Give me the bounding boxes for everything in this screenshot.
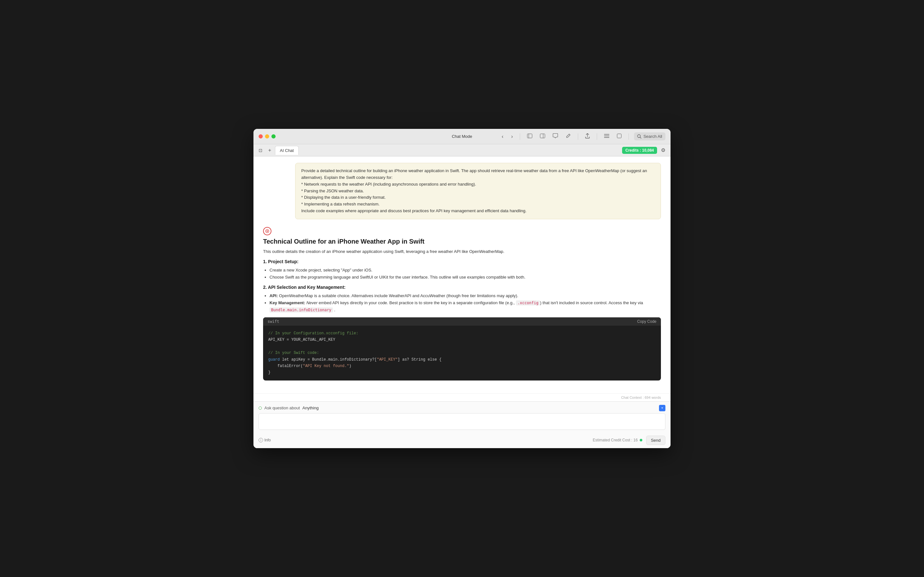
user-message-text: Provide a detailed technical outline for… [301, 168, 647, 213]
svg-rect-0 [527, 134, 532, 138]
sidebar-toggle-button[interactable] [525, 132, 534, 141]
separator3 [597, 133, 597, 140]
share-icon[interactable] [583, 132, 591, 141]
section1-list: Create a new Xcode project, selecting "A… [270, 267, 661, 281]
input-footer: i Info Estimated Credit Cost : 16 Send [254, 434, 670, 448]
list-item: Choose Swift as the programming language… [270, 274, 661, 281]
input-label-row: Ask question about Anything [254, 402, 670, 413]
forward-button[interactable]: › [509, 132, 515, 141]
traffic-lights [258, 134, 276, 139]
input-area: Ask question about Anything i Info Estim… [254, 401, 670, 448]
search-all-label: Search All [643, 134, 662, 139]
code-content: // In your Configuration.xcconfig file: … [263, 326, 661, 380]
chat-input[interactable] [258, 413, 666, 430]
svg-rect-7 [617, 134, 622, 138]
separator4 [628, 133, 629, 140]
cost-indicator [640, 439, 642, 442]
estimated-cost-label: Estimated Credit Cost : 16 [593, 438, 638, 442]
app-window: Chat Mode ‹ › [254, 129, 670, 448]
chat-area: Provide a detailed technical outline for… [254, 156, 670, 393]
close-button[interactable] [258, 134, 263, 139]
ai-avatar [263, 227, 271, 235]
section1-title: 1. Project Setup: [263, 259, 661, 264]
code-block: swift Copy Code // In your Configuration… [263, 318, 661, 380]
section2-list: API: OpenWeatherMap is a suitable choice… [270, 292, 661, 314]
code-lang-label: swift [268, 319, 279, 324]
code-header: swift Copy Code [263, 318, 661, 326]
copy-code-button[interactable]: Copy Code [637, 319, 656, 324]
list-item: Key Management: Never embed API keys dir… [270, 300, 661, 314]
separator [520, 133, 520, 140]
info-button[interactable]: i Info [258, 438, 271, 442]
comment-icon[interactable] [551, 132, 560, 141]
ask-scope: Anything [302, 406, 319, 410]
ask-mode-button[interactable] [659, 405, 666, 411]
response-intro: This outline details the creation of an … [263, 248, 661, 255]
separator2 [578, 133, 578, 140]
titlebar-controls: ‹ › [500, 132, 666, 141]
back-button[interactable]: ‹ [500, 132, 505, 141]
info-label: Info [264, 438, 271, 442]
list-item: Create a new Xcode project, selecting "A… [270, 267, 661, 274]
credits-badge: Credits : 10,084 [622, 147, 657, 154]
tabbar: ⊡ + AI Chat Credits : 10,084 ⚙ [254, 144, 670, 156]
tab-ai-chat[interactable]: AI Chat [275, 146, 298, 155]
chat-context: Chat Context : 694 words [254, 393, 670, 401]
svg-rect-2 [540, 134, 545, 138]
ask-label: Ask question about [264, 406, 300, 410]
ask-indicator [258, 406, 262, 410]
titlebar: Chat Mode ‹ › [254, 129, 670, 144]
add-tab-button[interactable]: + [266, 147, 273, 154]
settings-button[interactable]: ⚙ [659, 146, 667, 155]
tab-sidebar-toggle[interactable]: ⊡ [257, 147, 264, 154]
response-title: Technical Outline for an iPhone Weather … [263, 238, 661, 245]
svg-point-11 [267, 230, 268, 232]
window-title: Chat Mode [452, 134, 472, 139]
main-content: Provide a detailed technical outline for… [254, 156, 670, 448]
maximize-button[interactable] [271, 134, 276, 139]
minimize-button[interactable] [265, 134, 269, 139]
list-icon[interactable] [602, 132, 611, 141]
section2-title: 2. API Selection and Key Management: [263, 285, 661, 290]
panel-button[interactable] [538, 132, 547, 141]
info-icon: i [258, 438, 263, 442]
annotate-icon[interactable] [564, 132, 573, 141]
ai-response: Technical Outline for an iPhone Weather … [263, 227, 661, 380]
list-item: API: OpenWeatherMap is a suitable choice… [270, 292, 661, 300]
svg-line-9 [640, 137, 641, 139]
window-icon[interactable] [615, 132, 624, 141]
user-message: Provide a detailed technical outline for… [295, 163, 661, 219]
send-button[interactable]: Send [646, 436, 666, 445]
search-all-input[interactable]: Search All [634, 132, 666, 140]
estimated-cost: Estimated Credit Cost : 16 [593, 438, 642, 442]
